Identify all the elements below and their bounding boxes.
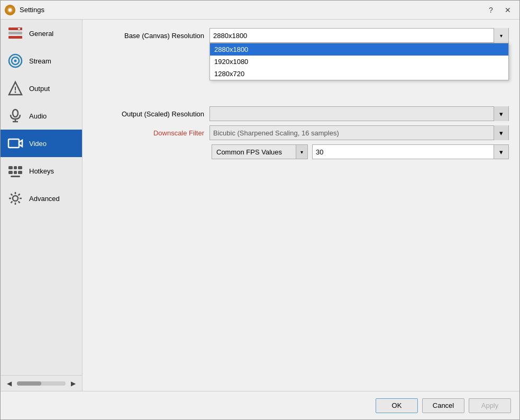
sidebar-item-label-general: General bbox=[29, 30, 53, 38]
title-bar-controls: ? ✕ bbox=[483, 4, 515, 16]
scroll-thumb bbox=[17, 381, 41, 386]
dropdown-option-1280[interactable]: 1280x720 bbox=[210, 68, 508, 80]
output-resolution-wrapper: ▾ bbox=[209, 106, 509, 121]
dropdown-option-2880[interactable]: 2880x1800 bbox=[210, 43, 508, 56]
title-bar: Settings ? ✕ bbox=[1, 1, 519, 20]
fps-value: 30 bbox=[312, 144, 494, 159]
output-icon bbox=[7, 80, 24, 97]
svg-rect-23 bbox=[18, 171, 22, 174]
svg-point-11 bbox=[15, 92, 16, 93]
svg-rect-19 bbox=[14, 166, 17, 169]
help-button[interactable]: ? bbox=[483, 4, 498, 16]
ok-button[interactable]: OK bbox=[376, 398, 418, 413]
base-resolution-label: Base (Canvas) Resolution bbox=[93, 32, 209, 40]
content-area: General Stream bbox=[1, 20, 519, 391]
dropdown-option-1920[interactable]: 1920x1080 bbox=[210, 56, 508, 68]
scroll-left-btn[interactable]: ◀ bbox=[4, 379, 15, 388]
sidebar-item-hotkeys[interactable]: Hotkeys bbox=[1, 157, 82, 185]
settings-window: Settings ? ✕ G bbox=[0, 0, 520, 420]
window-title: Settings bbox=[20, 6, 483, 14]
sidebar-item-advanced[interactable]: Advanced bbox=[1, 185, 82, 212]
sidebar: General Stream bbox=[1, 20, 83, 391]
svg-rect-21 bbox=[8, 171, 13, 174]
svg-rect-5 bbox=[8, 36, 22, 39]
fps-type-label: Common FPS Values bbox=[216, 148, 282, 156]
fps-value-arrow[interactable]: ▾ bbox=[494, 144, 509, 159]
sidebar-item-label-stream: Stream bbox=[29, 57, 51, 65]
sidebar-item-label-hotkeys: Hotkeys bbox=[29, 167, 54, 175]
base-resolution-dropdown-arrow[interactable]: ▾ bbox=[494, 28, 508, 43]
downscale-filter-row: Downscale Filter Bicubic (Sharpened Scal… bbox=[93, 125, 509, 140]
advanced-icon bbox=[7, 190, 24, 207]
scroll-right-btn[interactable]: ▶ bbox=[68, 379, 79, 388]
sidebar-item-label-output: Output bbox=[29, 85, 50, 93]
video-icon bbox=[7, 135, 24, 152]
downscale-arrow[interactable]: ▾ bbox=[494, 125, 508, 140]
svg-rect-24 bbox=[11, 176, 20, 177]
downscale-filter-label: Downscale Filter bbox=[93, 129, 209, 137]
svg-point-2 bbox=[8, 8, 12, 12]
svg-line-33 bbox=[11, 202, 13, 203]
svg-line-32 bbox=[19, 194, 20, 196]
base-resolution-row: Base (Canvas) Resolution ▾ 2880x1800 192… bbox=[93, 28, 509, 43]
general-icon bbox=[7, 25, 24, 42]
downscale-filter-wrapper: Bicubic (Sharpened Scaling, 16 samples) … bbox=[209, 125, 509, 140]
output-resolution-arrow[interactable]: ▾ bbox=[494, 106, 508, 121]
base-resolution-input[interactable] bbox=[210, 29, 494, 42]
svg-point-13 bbox=[13, 109, 18, 117]
svg-point-9 bbox=[14, 60, 17, 62]
fps-type-select[interactable]: Common FPS Values bbox=[212, 144, 296, 159]
scroll-track bbox=[17, 381, 66, 386]
svg-line-30 bbox=[11, 194, 13, 196]
stream-icon bbox=[7, 52, 24, 69]
svg-rect-22 bbox=[14, 171, 17, 174]
svg-line-31 bbox=[19, 202, 20, 203]
svg-point-6 bbox=[18, 28, 21, 30]
sidebar-item-label-audio: Audio bbox=[29, 112, 47, 120]
hotkeys-icon bbox=[7, 162, 24, 179]
downscale-value: Bicubic (Sharpened Scaling, 16 samples) bbox=[210, 129, 494, 137]
sidebar-item-label-video: Video bbox=[29, 140, 47, 148]
sidebar-item-general[interactable]: General bbox=[1, 20, 82, 47]
sidebar-items: General Stream bbox=[1, 20, 82, 375]
output-resolution-row: Output (Scaled) Resolution ▾ bbox=[93, 106, 509, 121]
cancel-button[interactable]: Cancel bbox=[422, 398, 464, 413]
base-resolution-wrapper: ▾ 2880x1800 1920x1080 1280x720 bbox=[209, 28, 509, 43]
fps-type-arrow[interactable]: ▾ bbox=[296, 144, 308, 159]
main-panel: Base (Canvas) Resolution ▾ 2880x1800 192… bbox=[83, 20, 519, 391]
svg-rect-18 bbox=[8, 166, 13, 169]
sidebar-scrollbar: ◀ ▶ bbox=[1, 375, 82, 391]
base-resolution-dropdown: 2880x1800 1920x1080 1280x720 bbox=[209, 43, 509, 80]
sidebar-item-output[interactable]: Output bbox=[1, 75, 82, 102]
app-icon bbox=[5, 5, 15, 15]
svg-rect-4 bbox=[8, 32, 22, 34]
fps-row: Common FPS Values ▾ 30 ▾ bbox=[93, 144, 509, 159]
footer: OK Cancel Apply bbox=[1, 391, 519, 419]
output-resolution-label: Output (Scaled) Resolution bbox=[93, 110, 209, 118]
apply-button[interactable]: Apply bbox=[469, 398, 511, 413]
close-button[interactable]: ✕ bbox=[500, 4, 515, 16]
sidebar-item-audio[interactable]: Audio bbox=[1, 102, 82, 130]
sidebar-item-video[interactable]: Video bbox=[1, 130, 82, 157]
svg-rect-16 bbox=[8, 139, 19, 148]
svg-point-25 bbox=[13, 196, 18, 201]
sidebar-item-stream[interactable]: Stream bbox=[1, 47, 82, 75]
audio-icon bbox=[7, 107, 24, 124]
svg-rect-20 bbox=[18, 166, 22, 169]
sidebar-item-label-advanced: Advanced bbox=[29, 195, 60, 203]
